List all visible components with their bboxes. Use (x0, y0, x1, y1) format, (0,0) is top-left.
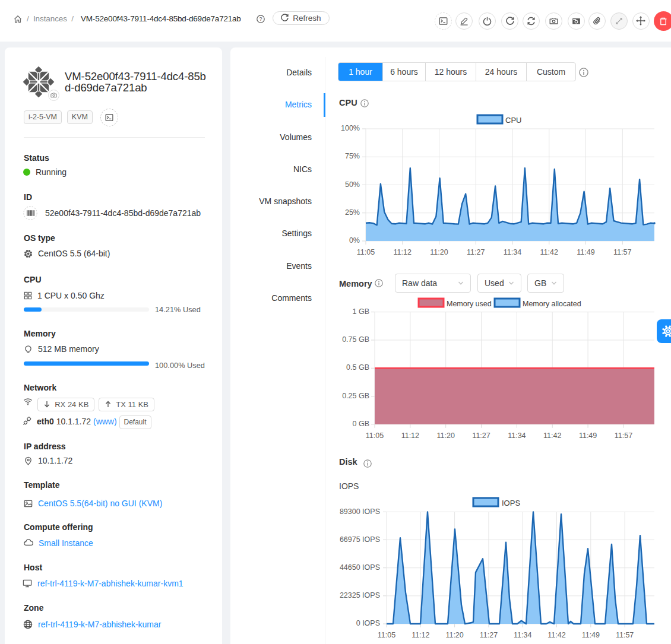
svg-text:?: ? (259, 16, 262, 22)
